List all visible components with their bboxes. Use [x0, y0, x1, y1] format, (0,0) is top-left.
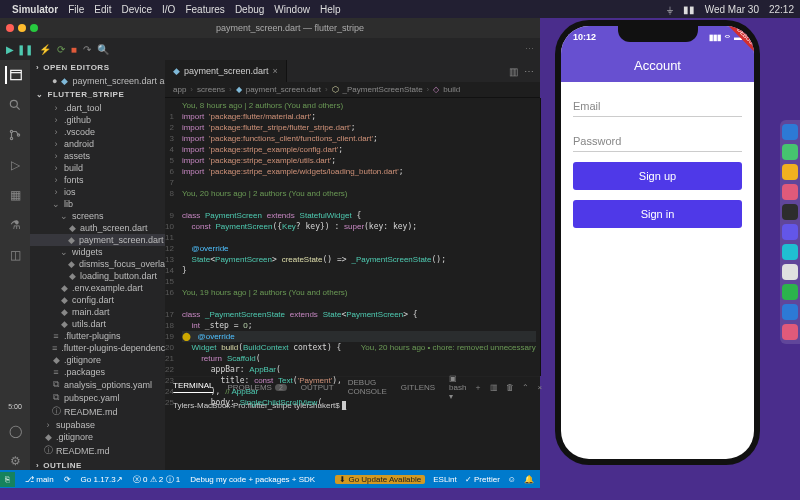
tree-item--env-example-dart[interactable]: ◆.env.example.dart [30, 282, 165, 294]
breadcrumb[interactable]: app› screens› ◆payment_screen.dart› ⬡_Pa… [165, 82, 540, 98]
status-branch[interactable]: ⎇ main [25, 475, 54, 484]
run-pause-icon[interactable]: ▶ ❚❚ [6, 44, 33, 55]
kill-terminal-icon[interactable]: 🗑 [506, 383, 514, 392]
devtools-icon[interactable]: 🔍 [97, 44, 109, 55]
git-icon[interactable] [6, 126, 24, 144]
dock-app[interactable] [782, 164, 798, 180]
menu-app[interactable]: Simulator [12, 4, 58, 15]
tree-item-payment-screen-dart[interactable]: ◆payment_screen.dart [30, 234, 165, 246]
status-bell-icon[interactable]: 🔔 [524, 475, 534, 484]
battery-icon[interactable]: ▮▮ [683, 4, 695, 15]
dock-app[interactable] [782, 324, 798, 340]
dock-app[interactable] [782, 144, 798, 160]
status-sync[interactable]: ⟳ [64, 475, 71, 484]
minimap[interactable] [540, 98, 541, 376]
step-over-icon[interactable]: ↷ [83, 44, 91, 55]
tab-debug-console[interactable]: DEBUG CONSOLE [348, 378, 387, 396]
dock-app[interactable] [782, 124, 798, 140]
status-errors[interactable]: ⓧ 0 ⚠ 2 ⓘ 1 [133, 474, 181, 485]
status-debug-config[interactable]: Debug my code + packages + SDK [190, 475, 315, 484]
dock-app[interactable] [782, 264, 798, 280]
tab-gitlens[interactable]: GITLENS [401, 383, 435, 392]
tree-item-ios[interactable]: ›ios [30, 186, 165, 198]
tree-item-main-dart[interactable]: ◆main.dart [30, 306, 165, 318]
wifi-icon[interactable]: ⏚ [667, 4, 673, 15]
status-go[interactable]: Go 1.17.3↗ [81, 475, 123, 484]
tree-item--packages[interactable]: ≡.packages [30, 366, 165, 378]
outline-section[interactable]: › OUTLINE [30, 458, 165, 470]
dock-app[interactable] [782, 184, 798, 200]
tree-item-build[interactable]: ›build [30, 162, 165, 174]
dock-app[interactable] [782, 304, 798, 320]
maximize-panel-icon[interactable]: ⌃ [522, 383, 529, 392]
status-eslint[interactable]: ESLint [433, 475, 457, 484]
tree-item-auth-screen-dart[interactable]: ◆auth_screen.dart [30, 222, 165, 234]
email-field[interactable]: Email [573, 90, 742, 117]
menu-help[interactable]: Help [320, 4, 341, 15]
tree-item-lib[interactable]: ⌄lib [30, 198, 165, 210]
tree-item-pubspec-yaml[interactable]: ⧉pubspec.yaml [30, 391, 165, 404]
menu-debug[interactable]: Debug [235, 4, 264, 15]
restart-icon[interactable]: ⟳ [57, 44, 65, 55]
signin-button[interactable]: Sign in [573, 200, 742, 228]
tree-item-android[interactable]: ›android [30, 138, 165, 150]
menu-window[interactable]: Window [274, 4, 310, 15]
zoom-icon[interactable] [30, 24, 38, 32]
new-terminal-icon[interactable]: ＋ [474, 382, 482, 393]
stop-icon[interactable]: ■ [71, 44, 77, 55]
docker-icon[interactable]: ◫ [6, 246, 24, 264]
tree-item-supabase[interactable]: ›supabase [30, 419, 165, 431]
tree-item--github[interactable]: ›.github [30, 114, 165, 126]
tree-item-assets[interactable]: ›assets [30, 150, 165, 162]
signup-button[interactable]: Sign up [573, 162, 742, 190]
search-icon[interactable] [6, 96, 24, 114]
tree-item--flutter-plugins-dependencies[interactable]: ≡.flutter-plugins-dependencies [30, 342, 165, 354]
open-editor-item[interactable]: ● ◆ payment_screen.dart ap... [30, 75, 165, 87]
more-icon[interactable]: ⋯ [524, 66, 534, 77]
tree-item-dismiss-focus-overlay-dart[interactable]: ◆dismiss_focus_overlay.dart [30, 258, 165, 270]
hot-reload-icon[interactable]: ⚡ [39, 44, 51, 55]
split-editor-icon[interactable]: ▥ [509, 66, 518, 77]
remote-icon[interactable]: ⎘ [0, 472, 15, 487]
tree-item-readme-md[interactable]: ⓘREADME.md [30, 443, 165, 458]
close-tab-icon[interactable]: × [273, 66, 278, 76]
explorer-icon[interactable] [5, 66, 23, 84]
menu-device[interactable]: Device [121, 4, 152, 15]
tree-item--dart-tool[interactable]: ›.dart_tool [30, 102, 165, 114]
explorer-root[interactable]: ⌄ FLUTTER_STRIPE [30, 87, 165, 102]
close-panel-icon[interactable]: × [537, 383, 542, 392]
tree-item--vscode[interactable]: ›.vscode [30, 126, 165, 138]
tree-item-widgets[interactable]: ⌄widgets [30, 246, 165, 258]
status-feedback-icon[interactable]: ☺ [508, 475, 516, 484]
tree-item-readme-md[interactable]: ⓘREADME.md [30, 404, 165, 419]
tree-item-config-dart[interactable]: ◆config.dart [30, 294, 165, 306]
tree-item-screens[interactable]: ⌄screens [30, 210, 165, 222]
status-go-update[interactable]: ⬇ Go Update Available [335, 475, 425, 484]
tree-item-utils-dart[interactable]: ◆utils.dart [30, 318, 165, 330]
tab-payment-screen[interactable]: ◆ payment_screen.dart × [165, 60, 287, 82]
tree-item-loading-button-dart[interactable]: ◆loading_button.dart [30, 270, 165, 282]
menu-edit[interactable]: Edit [94, 4, 111, 15]
dock-app[interactable] [782, 224, 798, 240]
dock-app[interactable] [782, 204, 798, 220]
code-editor[interactable]: You, 8 hours ago | 2 authors (You and ot… [178, 98, 540, 376]
status-prettier[interactable]: ✓ Prettier [465, 475, 500, 484]
settings-icon[interactable]: ⚙ [6, 452, 24, 470]
tree-item-fonts[interactable]: ›fonts [30, 174, 165, 186]
account-icon[interactable]: ◯ [6, 422, 24, 440]
tree-item--flutter-plugins[interactable]: ≡.flutter-plugins [30, 330, 165, 342]
open-editors-section[interactable]: › OPEN EDITORS [30, 60, 165, 75]
debug-icon[interactable]: ▷ [6, 156, 24, 174]
password-field[interactable]: Password [573, 125, 742, 152]
minimize-icon[interactable] [18, 24, 26, 32]
dock-app[interactable] [782, 244, 798, 260]
tree-item-analysis-options-yaml[interactable]: ⧉analysis_options.yaml [30, 378, 165, 391]
dock-app[interactable] [782, 284, 798, 300]
extensions-icon[interactable]: ▦ [6, 186, 24, 204]
menu-features[interactable]: Features [185, 4, 224, 15]
menu-file[interactable]: File [68, 4, 84, 15]
test-icon[interactable]: ⚗ [6, 216, 24, 234]
tree-item--gitignore[interactable]: ◆.gitignore [30, 354, 165, 366]
menu-io[interactable]: I/O [162, 4, 175, 15]
tree-item--gitignore[interactable]: ◆.gitignore [30, 431, 165, 443]
